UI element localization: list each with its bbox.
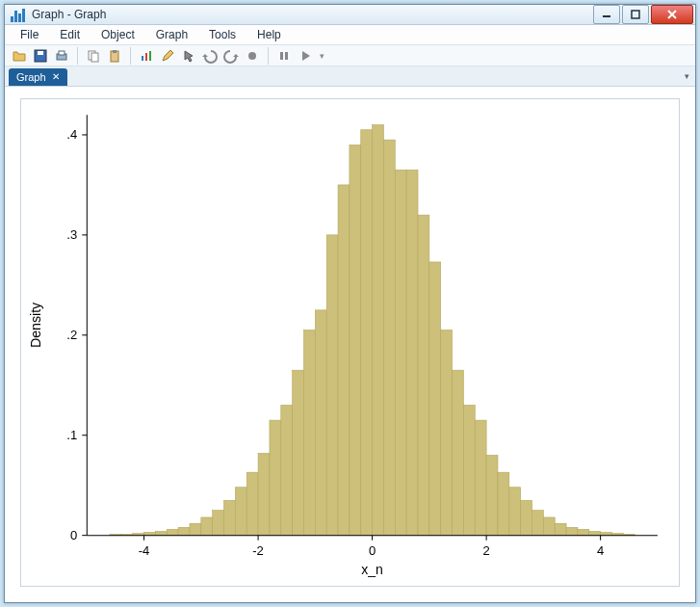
paste-icon[interactable] (106, 47, 123, 65)
svg-text:.1: .1 (66, 428, 77, 442)
svg-text:.2: .2 (66, 328, 77, 342)
svg-rect-17 (285, 52, 288, 60)
svg-rect-13 (145, 53, 147, 61)
svg-rect-50 (463, 405, 475, 535)
svg-rect-33 (270, 420, 281, 536)
svg-rect-23 (155, 531, 167, 535)
svg-text:0: 0 (70, 527, 77, 541)
svg-rect-11 (113, 50, 117, 53)
window-title: Graph - Graph (32, 8, 593, 21)
svg-rect-48 (441, 330, 453, 535)
svg-rect-56 (532, 510, 544, 535)
chart-area: 0.1.2.3.4-4-2024x_nDensity (5, 87, 695, 602)
svg-rect-32 (258, 453, 270, 535)
svg-text:.3: .3 (66, 227, 77, 242)
titlebar[interactable]: Graph - Graph (5, 5, 695, 25)
tab-dropdown-icon[interactable]: ▾ (685, 71, 689, 81)
svg-rect-47 (429, 262, 441, 536)
svg-rect-39 (338, 185, 350, 536)
svg-rect-16 (280, 52, 283, 60)
tab-graph[interactable]: Graph ✕ (9, 68, 67, 86)
close-button[interactable] (651, 5, 693, 24)
svg-rect-25 (178, 527, 190, 535)
svg-rect-35 (293, 370, 304, 535)
svg-rect-14 (149, 51, 151, 61)
pause-icon[interactable] (275, 47, 293, 65)
pointer-icon[interactable] (180, 47, 197, 65)
svg-rect-51 (475, 420, 486, 536)
toolbar: ▾ (5, 45, 695, 66)
maximize-button[interactable] (622, 5, 649, 24)
print-icon[interactable] (53, 47, 70, 65)
svg-rect-40 (350, 145, 361, 535)
svg-rect-61 (589, 531, 601, 535)
svg-rect-42 (373, 124, 384, 535)
svg-rect-29 (224, 500, 236, 535)
menu-tools[interactable]: Tools (199, 25, 246, 44)
toolbar-separator (77, 47, 78, 65)
svg-text:0: 0 (369, 543, 376, 558)
tab-label: Graph (16, 71, 46, 83)
svg-rect-44 (395, 170, 406, 535)
open-icon[interactable] (11, 47, 28, 65)
save-icon[interactable] (32, 47, 49, 65)
svg-rect-26 (190, 523, 201, 535)
svg-rect-12 (142, 56, 143, 61)
redo-icon[interactable] (222, 47, 240, 65)
svg-text:2: 2 (482, 543, 489, 558)
app-window: Graph - Graph File Edit Object Graph Too… (4, 4, 696, 603)
svg-rect-31 (246, 472, 258, 535)
svg-rect-1 (632, 11, 639, 18)
svg-text:4: 4 (597, 543, 604, 558)
play-icon[interactable] (297, 47, 314, 65)
chart-container: 0.1.2.3.4-4-2024x_nDensity (20, 98, 680, 587)
svg-rect-36 (303, 330, 315, 535)
svg-rect-58 (555, 523, 566, 535)
density-histogram: 0.1.2.3.4-4-2024x_nDensity (21, 99, 679, 586)
menu-file[interactable]: File (11, 25, 48, 44)
svg-rect-27 (201, 517, 213, 536)
svg-rect-37 (315, 310, 326, 536)
svg-rect-28 (213, 510, 224, 535)
toolbar-dropdown-icon[interactable]: ▾ (320, 51, 324, 61)
svg-point-15 (248, 52, 256, 60)
svg-rect-57 (543, 517, 555, 536)
menu-help[interactable]: Help (247, 25, 291, 44)
svg-rect-45 (406, 170, 418, 535)
tab-close-icon[interactable]: ✕ (52, 71, 60, 82)
svg-rect-54 (509, 488, 521, 536)
menu-object[interactable]: Object (91, 25, 144, 44)
svg-text:-4: -4 (139, 543, 150, 558)
menu-graph[interactable]: Graph (146, 25, 197, 44)
svg-rect-53 (498, 472, 509, 535)
svg-rect-34 (281, 405, 293, 535)
svg-rect-30 (235, 488, 246, 536)
svg-rect-9 (91, 53, 98, 62)
menu-edit[interactable]: Edit (50, 25, 90, 44)
svg-rect-5 (38, 51, 43, 55)
minimize-button[interactable] (593, 5, 620, 24)
record-icon[interactable] (244, 47, 261, 65)
svg-rect-41 (361, 130, 373, 536)
edit-icon[interactable] (159, 47, 176, 65)
svg-rect-59 (566, 527, 578, 535)
undo-icon[interactable] (201, 47, 219, 65)
toolbar-separator (130, 47, 131, 65)
svg-rect-55 (521, 500, 532, 535)
svg-rect-60 (578, 529, 589, 535)
app-icon (11, 7, 26, 22)
tabbar: Graph ✕ ▾ (5, 66, 695, 87)
copy-icon[interactable] (85, 47, 102, 65)
svg-rect-49 (453, 370, 464, 535)
svg-text:Density: Density (28, 302, 43, 348)
svg-rect-7 (59, 51, 65, 55)
chart-icon[interactable] (138, 47, 155, 65)
svg-rect-24 (167, 529, 178, 535)
svg-rect-46 (418, 215, 429, 536)
svg-text:x_n: x_n (361, 562, 383, 577)
svg-text:-2: -2 (252, 543, 264, 558)
svg-rect-52 (486, 455, 498, 535)
toolbar-separator (268, 47, 269, 65)
svg-text:.4: .4 (66, 127, 77, 142)
svg-rect-43 (383, 140, 395, 536)
